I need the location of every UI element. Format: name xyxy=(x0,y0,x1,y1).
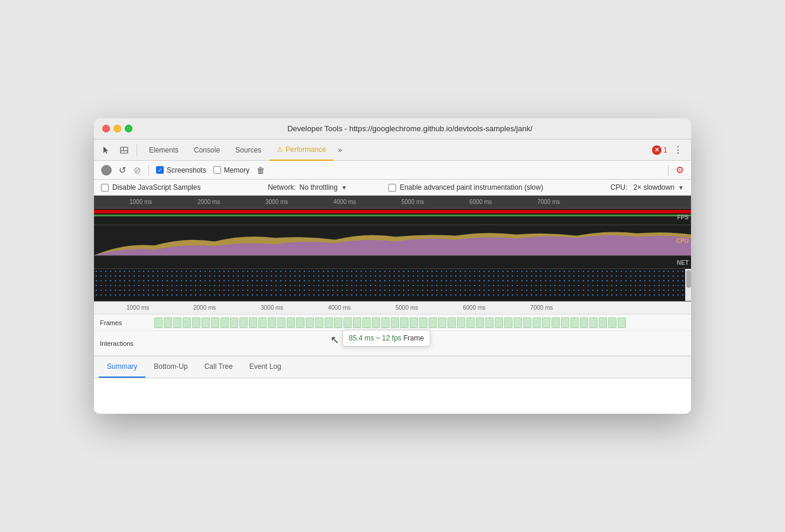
frame-block[interactable] xyxy=(164,317,172,328)
disable-js-option[interactable]: Disable JavaScript Samples xyxy=(101,183,200,192)
frame-block[interactable] xyxy=(230,317,238,328)
frame-block[interactable] xyxy=(608,317,617,328)
traffic-lights xyxy=(102,125,132,132)
frame-block[interactable] xyxy=(429,317,437,328)
frame-block[interactable] xyxy=(504,317,512,328)
close-button[interactable] xyxy=(102,125,110,132)
cpu-wave-svg xyxy=(94,225,691,255)
detail-tick-2000: 2000 ms xyxy=(193,304,216,311)
network-dropdown[interactable]: Network: No throttling ▼ xyxy=(268,183,347,192)
frame-block[interactable] xyxy=(533,317,541,328)
frame-block[interactable] xyxy=(211,317,219,328)
ruler-tick-2000: 2000 ms xyxy=(197,199,220,205)
frame-block[interactable] xyxy=(514,317,522,328)
dock-icon[interactable] xyxy=(116,142,132,158)
frame-block[interactable] xyxy=(220,317,229,328)
frame-block[interactable] xyxy=(173,317,181,328)
screenshots-label: Screenshots xyxy=(167,166,206,174)
maximize-button[interactable] xyxy=(125,125,132,132)
screenshots-checkbox[interactable] xyxy=(156,166,164,174)
frame-block[interactable] xyxy=(589,317,598,328)
trash-button[interactable]: 🗑 xyxy=(257,166,265,175)
frame-block[interactable] xyxy=(258,317,267,328)
tab-bottom-up[interactable]: Bottom-Up xyxy=(145,356,196,378)
frame-block[interactable] xyxy=(400,317,408,328)
frame-block[interactable] xyxy=(580,317,588,328)
frame-block[interactable] xyxy=(334,317,342,328)
frame-block[interactable] xyxy=(618,317,626,328)
frame-block[interactable] xyxy=(287,317,295,328)
frame-block[interactable] xyxy=(570,317,579,328)
cpu-dropdown-arrow[interactable]: ▼ xyxy=(678,184,684,191)
frame-block[interactable] xyxy=(353,317,361,328)
frame-block[interactable] xyxy=(410,317,418,328)
tab-call-tree[interactable]: Call Tree xyxy=(196,356,241,378)
frame-block[interactable] xyxy=(447,317,456,328)
frame-block[interactable] xyxy=(306,317,314,328)
ruler-tick-7000: 7000 ms xyxy=(537,199,560,205)
minimize-button[interactable] xyxy=(113,125,121,132)
frame-block[interactable] xyxy=(599,317,607,328)
interactions-area[interactable]: ↖ 85.4 ms ~ 12 fps Frame xyxy=(153,331,691,355)
frame-block[interactable] xyxy=(391,317,399,328)
frame-block[interactable] xyxy=(419,317,427,328)
screenshots-area[interactable] xyxy=(94,269,685,299)
frame-block[interactable] xyxy=(154,317,163,328)
error-badge[interactable]: ✕ 1 xyxy=(652,145,667,155)
frame-block[interactable] xyxy=(372,317,380,328)
frame-block[interactable] xyxy=(476,317,484,328)
disable-js-checkbox[interactable] xyxy=(101,184,109,192)
record-button[interactable] xyxy=(101,165,112,176)
reload-button[interactable]: ↺ xyxy=(119,165,126,176)
frame-block[interactable] xyxy=(239,317,248,328)
frame-block[interactable] xyxy=(325,317,333,328)
screenshots-checkbox-row[interactable]: Screenshots xyxy=(156,166,206,174)
bottom-content xyxy=(94,378,691,414)
fps-chart-row[interactable]: FPS xyxy=(94,209,691,225)
cpu-dropdown[interactable]: CPU: 2× slowdown ▼ xyxy=(611,183,684,192)
frame-block[interactable] xyxy=(438,317,446,328)
frame-block[interactable] xyxy=(542,317,550,328)
frame-block[interactable] xyxy=(485,317,494,328)
frame-block[interactable] xyxy=(183,317,191,328)
frame-block[interactable] xyxy=(277,317,286,328)
frame-block[interactable] xyxy=(315,317,323,328)
frame-block[interactable] xyxy=(268,317,276,328)
overview-scrollbar[interactable] xyxy=(685,269,691,301)
frame-block[interactable] xyxy=(561,317,569,328)
paint-option[interactable]: Enable advanced paint instrumentation (s… xyxy=(388,183,543,192)
tab-console[interactable]: Console xyxy=(187,140,227,161)
memory-checkbox-row[interactable]: Memory xyxy=(213,166,249,174)
scrollbar-thumb[interactable] xyxy=(686,270,691,288)
tab-summary[interactable]: Summary xyxy=(99,356,145,378)
tab-performance[interactable]: ⚠Performance xyxy=(270,140,333,161)
net-chart-row[interactable]: NET xyxy=(94,256,691,269)
cpu-label: CPU: xyxy=(611,183,628,192)
frame-block[interactable] xyxy=(495,317,503,328)
memory-checkbox[interactable] xyxy=(213,166,221,174)
frame-block[interactable] xyxy=(466,317,475,328)
network-dropdown-arrow[interactable]: ▼ xyxy=(341,184,347,191)
frames-area[interactable] xyxy=(153,314,691,330)
tab-event-log[interactable]: Event Log xyxy=(241,356,290,378)
frame-block[interactable] xyxy=(202,317,210,328)
frame-block[interactable] xyxy=(249,317,257,328)
frame-block[interactable] xyxy=(523,317,531,328)
paint-checkbox[interactable] xyxy=(388,184,396,192)
frame-block[interactable] xyxy=(552,317,560,328)
tab-overflow[interactable]: » xyxy=(335,141,346,159)
clear-button[interactable]: ⊘ xyxy=(134,165,141,176)
frame-block[interactable] xyxy=(296,317,304,328)
more-button[interactable]: ⋮ xyxy=(670,142,686,158)
fps-label: FPS xyxy=(677,213,689,220)
settings-button[interactable]: ⚙ xyxy=(676,164,684,176)
cursor-tool-icon[interactable] xyxy=(99,142,114,158)
frame-block[interactable] xyxy=(343,317,352,328)
tab-elements[interactable]: Elements xyxy=(142,140,186,161)
frame-block[interactable] xyxy=(192,317,200,328)
tab-sources[interactable]: Sources xyxy=(228,140,268,161)
frame-block[interactable] xyxy=(362,317,371,328)
cpu-chart-row[interactable]: CPU xyxy=(94,225,691,256)
frame-block[interactable] xyxy=(457,317,465,328)
frame-block[interactable] xyxy=(381,317,390,328)
